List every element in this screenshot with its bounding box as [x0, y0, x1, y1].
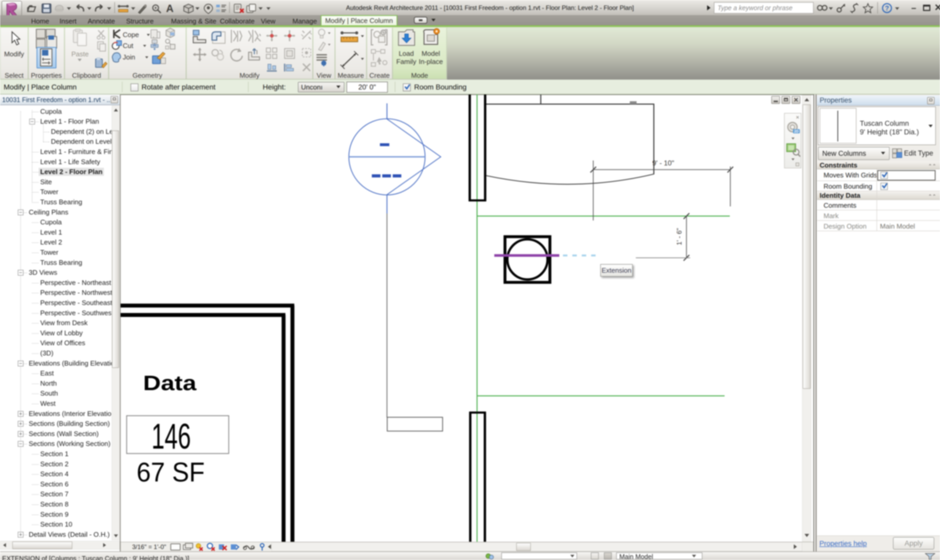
svg-text:?: ? — [885, 4, 889, 12]
svg-text:67 SF: 67 SF — [137, 457, 205, 487]
svg-text:1' - 6": 1' - 6" — [675, 228, 683, 245]
svg-text:146: 146 — [151, 416, 191, 456]
svg-text:2D: 2D — [794, 129, 799, 133]
svg-text:Data: Data — [143, 371, 197, 395]
svg-text:9' - 10": 9' - 10" — [652, 159, 674, 167]
